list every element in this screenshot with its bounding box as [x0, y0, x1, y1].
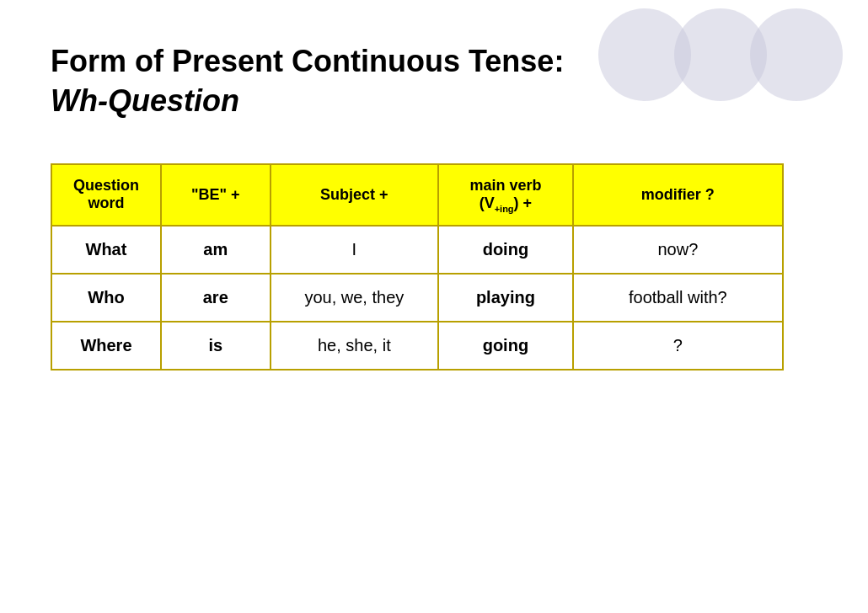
cell-subject-you-we-they: you, we, they [271, 274, 438, 322]
page: Form of Present Continuous Tense: Wh-Que… [0, 0, 868, 613]
cell-modifier-now: now? [573, 226, 783, 274]
page-title: Form of Present Continuous Tense: Wh-Que… [51, 42, 624, 121]
header-subject: Subject + [271, 164, 438, 227]
circle-3 [750, 8, 843, 101]
table-header-row: Question word "BE" + Subject + main verb… [51, 164, 783, 227]
grammar-table: Question word "BE" + Subject + main verb… [51, 163, 784, 371]
table-wrapper: Question word "BE" + Subject + main verb… [51, 163, 817, 371]
header-be: "BE" + [161, 164, 271, 227]
cell-be-is: is [161, 322, 271, 370]
header-modifier: modifier ? [573, 164, 783, 227]
cell-question-who: Who [51, 274, 161, 322]
header: Form of Present Continuous Tense: Wh-Que… [51, 42, 624, 121]
title-line1: Form of Present Continuous Tense: [51, 44, 564, 78]
cell-subject-he-she-it: he, she, it [271, 322, 438, 370]
title-line2: Wh-Question [51, 83, 239, 118]
cell-verb-going: going [438, 322, 573, 370]
cell-verb-doing: doing [438, 226, 573, 274]
header-question-word: Question word [51, 164, 161, 227]
header-main-verb: main verb (V+ing) + [438, 164, 573, 227]
cell-verb-playing: playing [438, 274, 573, 322]
cell-modifier-football: football with? [573, 274, 783, 322]
table-row-where: Where is he, she, it going ? [51, 322, 783, 370]
cell-modifier-question-mark: ? [573, 322, 783, 370]
cell-question-where: Where [51, 322, 161, 370]
cell-question-what: What [51, 226, 161, 274]
table-row-what: What am I doing now? [51, 226, 783, 274]
cell-subject-i: I [271, 226, 438, 274]
cell-be-are: are [161, 274, 271, 322]
table-row-who: Who are you, we, they playing football w… [51, 274, 783, 322]
decorative-circles [598, 8, 843, 101]
cell-be-am: am [161, 226, 271, 274]
